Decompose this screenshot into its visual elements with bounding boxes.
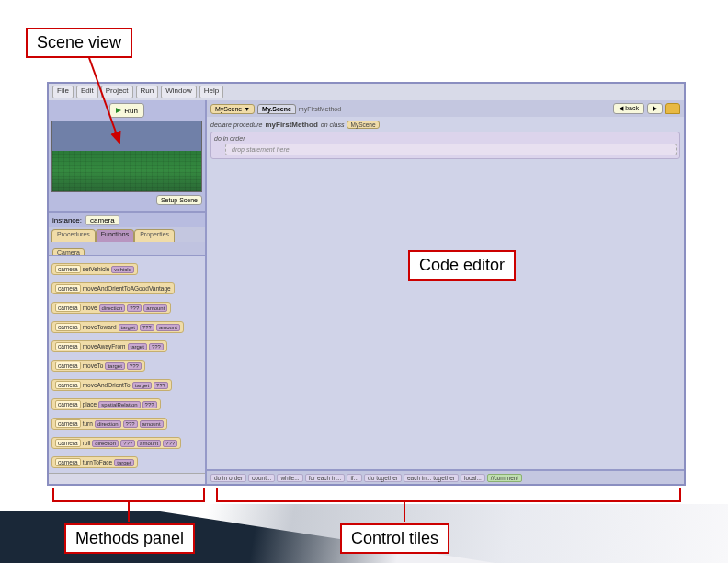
control-tile[interactable]: //comment <box>487 474 522 482</box>
control-tiles-bar: do in ordercount...while...for each in..… <box>207 469 684 484</box>
code-editor-body[interactable]: declare procedure myFirstMethod on class… <box>207 117 684 469</box>
tab-functions[interactable]: Functions <box>96 229 134 242</box>
callout-scene-view: Scene view <box>26 28 132 58</box>
tab-procedures[interactable]: Procedures <box>51 229 96 242</box>
panel-tabs: Procedures Functions Properties <box>49 227 205 242</box>
callout-control-tiles: Control tiles <box>340 523 449 554</box>
control-tile[interactable]: count... <box>248 474 275 482</box>
method-tile[interactable]: camera moveTo target ??? <box>51 360 145 372</box>
menu-file[interactable]: File <box>52 86 74 98</box>
method-tile[interactable]: camera moveAndOrientToAGoodVantage <box>51 282 175 294</box>
menubar: File Edit Project Run Window Help <box>49 84 684 100</box>
instance-selector[interactable]: instance: camera <box>49 211 205 227</box>
method-tile[interactable]: camera turn direction ??? amount <box>51 418 167 430</box>
editor-tab[interactable]: My.Scene <box>257 104 296 114</box>
procedure-declaration: declare procedure myFirstMethod on class… <box>210 121 680 129</box>
run-button[interactable]: Run <box>109 103 144 118</box>
clipboard-tab[interactable] <box>665 103 680 114</box>
methods-panel: camera setVehicle vehicle camera moveAnd… <box>49 255 205 473</box>
back-button[interactable]: ◀ back <box>613 103 644 114</box>
method-tile[interactable]: camera setVehicle vehicle <box>51 263 138 275</box>
scene-dropdown[interactable]: MyScene ▼ <box>210 104 255 114</box>
tab-properties[interactable]: Properties <box>134 229 175 242</box>
control-tile[interactable]: local... <box>461 474 485 482</box>
method-tile[interactable]: camera moveToward target ??? amount <box>51 321 184 333</box>
instance-value[interactable]: camera <box>85 215 119 225</box>
method-tile[interactable]: camera place spatialRelation ??? <box>51 398 161 410</box>
methods-scrollbar[interactable] <box>49 473 205 484</box>
editor-breadcrumb: myFirstMethod <box>299 106 341 112</box>
menu-run[interactable]: Run <box>136 86 159 98</box>
method-tile[interactable]: camera turnToFace target <box>51 456 138 468</box>
method-tile[interactable]: camera moveAwayFrom target ??? <box>51 340 167 352</box>
code-editor-column: MyScene ▼ My.Scene myFirstMethod ◀ back … <box>205 100 684 484</box>
control-tile[interactable]: for each in... <box>305 474 346 482</box>
forward-button[interactable]: ▶ <box>647 103 663 114</box>
control-tile[interactable]: if... <box>347 474 362 482</box>
drop-statement-zone[interactable]: drop statement here <box>225 144 677 155</box>
setup-scene-button[interactable]: Setup Scene <box>156 195 202 205</box>
method-tile[interactable]: camera moveAndOrientTo target ??? <box>51 379 172 391</box>
alice-ide-window: File Edit Project Run Window Help Run Se… <box>47 82 686 486</box>
control-tile[interactable]: each in... together <box>404 474 459 482</box>
scene-view-panel: Run Setup Scene <box>49 100 205 211</box>
menu-window[interactable]: Window <box>161 86 196 98</box>
left-column: Run Setup Scene instance: camera Procedu… <box>49 100 205 484</box>
menu-project[interactable]: Project <box>101 86 133 98</box>
menu-help[interactable]: Help <box>199 86 223 98</box>
menu-edit[interactable]: Edit <box>76 86 98 98</box>
method-tile[interactable]: camera roll direction ??? amount ??? <box>51 437 181 449</box>
callout-code-editor: Code editor <box>408 250 516 281</box>
instance-label: instance: <box>52 216 82 224</box>
do-in-order-block[interactable]: do in order drop statement here <box>210 132 680 159</box>
control-tile[interactable]: do in order <box>210 474 246 482</box>
callout-methods-panel: Methods panel <box>64 523 195 554</box>
method-tile[interactable]: camera move direction ??? amount <box>51 302 171 314</box>
control-tile[interactable]: do together <box>364 474 402 482</box>
scene-3d-view[interactable] <box>51 121 202 192</box>
control-tile[interactable]: while... <box>277 474 302 482</box>
editor-header: MyScene ▼ My.Scene myFirstMethod ◀ back … <box>207 100 684 117</box>
do-in-order-label: do in order <box>214 135 677 142</box>
